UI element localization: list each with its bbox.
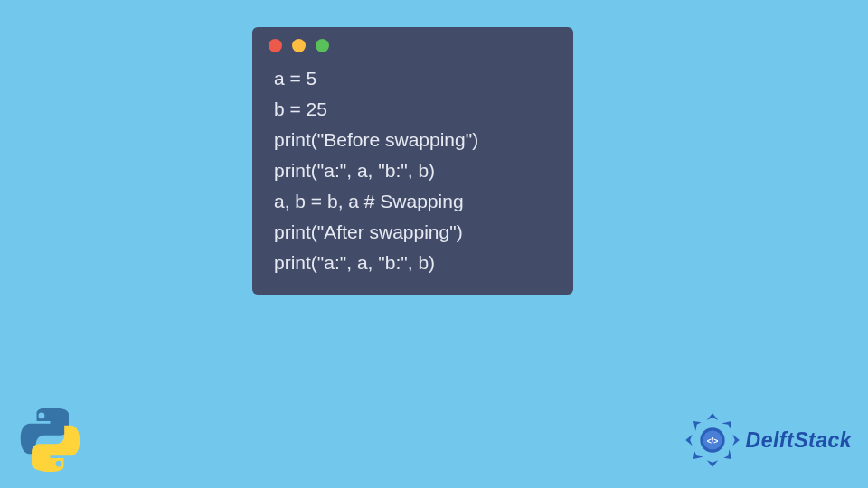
- traffic-light-close-icon: [269, 39, 282, 52]
- delftstack-logo-icon: </>: [684, 412, 741, 468]
- svg-marker-4: [721, 421, 731, 429]
- code-line: a = 5: [274, 68, 316, 89]
- traffic-light-minimize-icon: [292, 39, 306, 52]
- delftstack-branding: </> DelftStack: [684, 412, 852, 468]
- svg-marker-7: [693, 421, 701, 431]
- code-window: a = 5 b = 25 print("Before swapping") pr…: [252, 27, 573, 295]
- code-line: a, b = b, a # Swapping: [274, 191, 464, 211]
- code-line: b = 25: [274, 99, 327, 119]
- code-line: print("a:", a, "b:", b): [274, 252, 435, 273]
- svg-marker-0: [706, 413, 717, 419]
- svg-marker-3: [685, 435, 692, 446]
- svg-text:</>: </>: [706, 436, 718, 446]
- traffic-light-zoom-icon: [316, 39, 329, 52]
- code-line: print("Before swapping"): [274, 129, 478, 150]
- code-block: a = 5 b = 25 print("Before swapping") pr…: [252, 63, 573, 278]
- svg-marker-2: [706, 460, 717, 466]
- delftstack-name: DelftStack: [746, 428, 852, 453]
- svg-marker-5: [723, 449, 731, 459]
- svg-marker-6: [693, 451, 703, 459]
- code-line: print("After swapping"): [274, 221, 463, 242]
- python-logo-icon: [16, 406, 84, 474]
- svg-marker-1: [732, 435, 739, 446]
- code-line: print("a:", a, "b:", b): [274, 160, 435, 181]
- window-titlebar: [252, 27, 573, 63]
